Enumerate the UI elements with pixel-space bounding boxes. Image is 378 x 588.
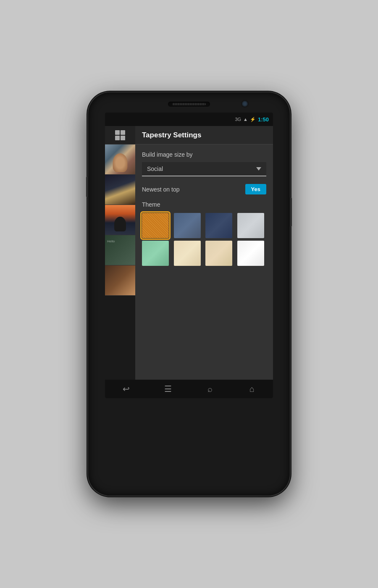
- front-camera: [242, 101, 248, 107]
- volume-button[interactable]: [86, 176, 88, 197]
- status-icons: 3G ▲ ⚡ 1:50: [235, 116, 269, 123]
- photo-strip: [105, 144, 135, 380]
- theme-swatch-orange[interactable]: [142, 213, 169, 238]
- network-icon: 3G: [235, 117, 241, 122]
- grid-cell: [115, 130, 120, 135]
- grid-cell: [121, 136, 125, 140]
- photo-thumbnail[interactable]: [105, 175, 135, 205]
- theme-swatch-blue-light[interactable]: [174, 213, 201, 238]
- theme-label: Theme: [142, 201, 266, 208]
- settings-body: Build image size by Social Newest on top…: [135, 144, 273, 380]
- screen: 3G ▲ ⚡ 1:50: [105, 113, 273, 398]
- theme-swatch-white[interactable]: [237, 241, 264, 266]
- build-image-label: Build image size by: [142, 151, 266, 158]
- main-panel: Tapestry Settings Build image size by So…: [135, 126, 273, 380]
- theme-swatch-blue-dark[interactable]: [205, 213, 232, 238]
- newest-on-top-row: Newest on top Yes: [142, 184, 266, 194]
- photo-thumbnail[interactable]: [105, 235, 135, 265]
- sidebar: [105, 126, 135, 380]
- search-icon: ⌕: [207, 384, 213, 394]
- power-button[interactable]: [290, 197, 292, 227]
- settings-header: Tapestry Settings: [135, 126, 273, 144]
- sidebar-header: [105, 126, 135, 144]
- build-image-dropdown[interactable]: Social: [142, 162, 266, 176]
- dropdown-arrow-icon: [256, 167, 261, 171]
- theme-swatch-beige[interactable]: [205, 241, 232, 266]
- theme-swatch-green[interactable]: [142, 241, 169, 266]
- grid-cell: [121, 130, 125, 135]
- dropdown-selected-value: Social: [147, 165, 163, 172]
- search-button[interactable]: ⌕: [201, 380, 219, 398]
- speaker-grille: [168, 102, 210, 107]
- grid-cell: [115, 136, 120, 140]
- theme-swatch-cream[interactable]: [174, 241, 201, 266]
- clock: 1:50: [258, 116, 269, 123]
- bottom-nav: ↩ ☰ ⌕ ⌂: [105, 380, 273, 398]
- battery-charging-icon: ⚡: [250, 117, 256, 122]
- menu-button[interactable]: ☰: [159, 380, 177, 398]
- phone-device: 3G ▲ ⚡ 1:50: [88, 92, 290, 496]
- photo-thumbnail[interactable]: [105, 144, 135, 175]
- photo-thumbnail[interactable]: [105, 265, 135, 296]
- menu-icon: ☰: [164, 384, 172, 394]
- signal-icon: ▲: [243, 117, 248, 122]
- theme-grid: [142, 213, 266, 266]
- settings-title: Tapestry Settings: [142, 131, 201, 139]
- newest-on-top-toggle[interactable]: Yes: [245, 184, 266, 194]
- grid-view-icon[interactable]: [115, 130, 125, 140]
- back-button[interactable]: ↩: [117, 380, 135, 398]
- back-icon: ↩: [123, 384, 130, 394]
- newest-on-top-label: Newest on top: [142, 186, 180, 193]
- app-area: Tapestry Settings Build image size by So…: [105, 126, 273, 380]
- photo-thumbnail[interactable]: [105, 205, 135, 235]
- home-button[interactable]: ⌂: [243, 380, 261, 398]
- status-bar: 3G ▲ ⚡ 1:50: [105, 113, 273, 126]
- home-icon: ⌂: [249, 384, 255, 394]
- theme-swatch-gray[interactable]: [237, 213, 264, 238]
